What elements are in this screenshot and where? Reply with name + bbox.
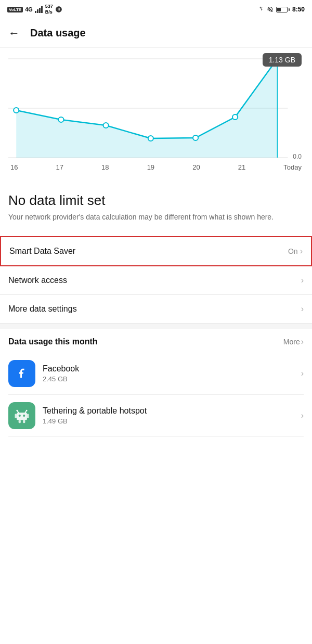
facebook-icon [8,360,35,387]
svg-point-17 [23,415,25,417]
tethering-icon [8,402,35,429]
chart-x-labels: 16 17 18 19 20 21 Today [8,160,304,171]
chevron-icon-3: › [301,304,304,314]
bluetooth-icon [258,6,264,13]
tethering-logo [13,407,31,424]
x-label-21: 21 [238,163,245,171]
chart-svg-wrapper: 1.1 0.0 [8,56,304,160]
more-label: More [283,338,300,346]
more-data-settings-label: More data settings [8,304,77,314]
y-min-label: 0.0 [293,153,302,160]
svg-rect-3 [41,6,43,13]
x-label-20: 20 [192,163,200,171]
facebook-app-item[interactable]: Facebook 2.45 GB › [8,353,304,395]
mute-icon [267,6,274,13]
svg-rect-1 [37,9,38,13]
speed-label: 537B/s [45,4,53,15]
chart-tooltip: 1.13 GB [263,53,302,67]
more-data-settings-item[interactable]: More data settings › [0,295,312,324]
settings-section: Smart Data Saver On › Network access › M… [0,236,312,324]
network-access-right: › [301,276,304,285]
x-label-16: 16 [10,163,18,171]
facebook-app-name: Facebook [43,364,297,373]
svg-rect-22 [15,414,17,418]
svg-rect-0 [35,11,36,13]
x-label-17: 17 [56,163,63,171]
tethering-app-info: Tethering & portable hotspot 1.49 GB [43,406,297,425]
svg-point-7 [14,108,19,113]
svg-point-20 [16,410,18,411]
network-access-label: Network access [8,276,67,285]
facebook-logo [14,366,30,381]
facebook-app-info: Facebook 2.45 GB [43,364,297,383]
facebook-app-size: 2.45 GB [43,375,297,383]
month-section: Data usage this month More › Facebook 2.… [0,329,312,437]
svg-point-12 [232,114,238,120]
status-left: VoLTE 4G 537B/s [7,4,62,15]
page-title: Data usage [30,27,86,39]
tethering-chevron-icon: › [301,411,304,420]
no-limit-title: No data limit set [8,192,304,209]
month-header: Data usage this month More › [8,337,304,346]
time-display: 8:50 [292,6,305,13]
smart-data-saver-right: On › [288,247,303,256]
more-data-settings-right: › [301,304,304,314]
volte-badge: VoLTE [7,7,23,12]
signal-icon [35,6,43,13]
svg-point-16 [19,415,21,417]
more-link[interactable]: More › [283,337,304,346]
no-limit-desc: Your network provider's data calculation… [8,212,304,223]
tethering-app-item[interactable]: Tethering & portable hotspot 1.49 GB › [8,395,304,437]
svg-point-9 [103,123,109,128]
back-button[interactable]: ← [8,27,20,40]
svg-rect-15 [17,413,27,420]
header: ← Data usage [0,19,312,48]
svg-rect-25 [23,420,25,423]
tethering-app-size: 1.49 GB [43,417,297,425]
facebook-chevron-icon: › [301,369,304,378]
smart-data-saver-label: Smart Data Saver [9,247,75,256]
battery-icon [276,7,290,12]
chart-y-labels: 1.1 0.0 [293,56,302,160]
status-right: 8:50 [258,6,305,13]
chevron-icon-2: › [301,276,304,285]
status-bar: VoLTE 4G 537B/s 8:50 [0,0,312,19]
svg-rect-24 [19,420,21,423]
settings-icon [55,6,62,13]
x-label-19: 19 [147,163,154,171]
data-chart: 1.13 GB 1.1 0.0 [0,48,312,183]
x-label-today: Today [283,163,302,171]
x-label-18: 18 [101,163,109,171]
tethering-app-name: Tethering & portable hotspot [43,406,297,416]
chevron-icon: › [300,247,303,256]
svg-rect-2 [39,8,41,13]
section-divider [0,324,312,329]
chart-svg [8,56,304,160]
svg-point-10 [148,136,153,141]
svg-point-8 [58,117,63,122]
network-type: 4G [25,6,33,12]
smart-data-saver-value: On [288,247,298,255]
svg-rect-23 [27,414,29,418]
month-title: Data usage this month [8,337,98,346]
smart-data-saver-item[interactable]: Smart Data Saver On › [0,236,312,266]
more-chevron-icon: › [301,337,304,346]
svg-point-11 [193,135,198,140]
svg-point-21 [26,410,28,411]
info-section: No data limit set Your network provider'… [0,183,312,228]
network-access-item[interactable]: Network access › [0,266,312,295]
